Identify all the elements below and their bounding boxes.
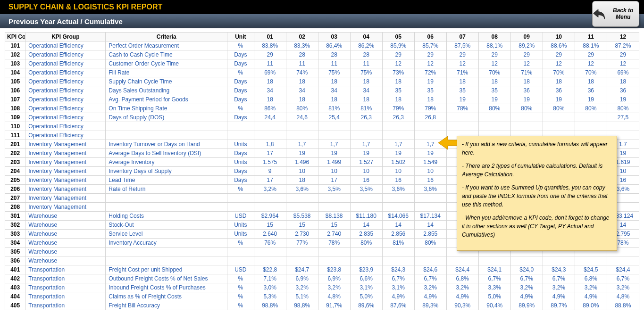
cell-value[interactable]: 87,2% [607, 41, 639, 50]
cell-value[interactable]: 19 [575, 95, 607, 104]
cell-value[interactable]: 3,2% [286, 283, 318, 292]
cell-criteria[interactable]: On Time Shipping Rate [106, 104, 227, 113]
cell-value[interactable] [318, 203, 350, 212]
cell-value[interactable]: 26,3 [350, 113, 382, 122]
cell-value[interactable]: 18 [286, 77, 318, 86]
cell-value[interactable]: 70% [575, 68, 607, 77]
cell-value[interactable]: 89,0% [575, 301, 607, 310]
cell-value[interactable]: 29 [510, 50, 543, 59]
cell-value[interactable]: 34 [318, 86, 350, 95]
cell-value[interactable]: 90,3% [446, 301, 478, 310]
cell-group[interactable]: Warehouse [25, 256, 106, 265]
cell-code[interactable]: 109 [5, 113, 25, 122]
cell-value[interactable]: 91,7% [318, 301, 350, 310]
cell-value[interactable] [446, 256, 478, 265]
cell-group[interactable]: Inventory Management [25, 185, 106, 194]
cell-value[interactable] [478, 113, 510, 122]
cell-code[interactable]: 108 [5, 104, 25, 113]
cell-code[interactable]: 104 [5, 68, 25, 77]
cell-group[interactable]: Inventory Management [25, 140, 106, 149]
cell-value[interactable] [382, 131, 414, 140]
back-to-menu-button[interactable]: Back to Menu [592, 1, 639, 27]
cell-value[interactable]: 1.527 [350, 158, 382, 167]
cell-value[interactable]: 28 [350, 50, 382, 59]
cell-value[interactable]: 3,6% [414, 185, 446, 194]
cell-code[interactable]: 205 [5, 176, 25, 185]
cell-criteria[interactable]: Freight Bill Accuracy [106, 301, 227, 310]
cell-value[interactable]: 12 [575, 59, 607, 68]
cell-value[interactable]: 24,4 [254, 113, 286, 122]
cell-value[interactable] [414, 122, 446, 131]
cell-value[interactable]: 19 [543, 95, 575, 104]
cell-code[interactable]: 105 [5, 77, 25, 86]
cell-unit[interactable] [227, 203, 254, 212]
cell-value[interactable]: 4,9% [510, 292, 543, 301]
cell-value[interactable]: 18 [543, 77, 575, 86]
cell-value[interactable]: 69% [254, 68, 286, 77]
cell-value[interactable] [575, 256, 607, 265]
cell-value[interactable]: 3,2% [575, 283, 607, 292]
cell-value[interactable]: 10 [382, 167, 414, 176]
cell-value[interactable]: 1,7 [350, 140, 382, 149]
cell-unit[interactable]: Days [227, 59, 254, 68]
cell-code[interactable]: 405 [5, 301, 25, 310]
cell-value[interactable]: 35 [382, 86, 414, 95]
cell-value[interactable]: 89,7% [543, 301, 575, 310]
cell-code[interactable]: 404 [5, 292, 25, 301]
cell-value[interactable]: 19 [350, 149, 382, 158]
cell-value[interactable]: 1,7 [286, 140, 318, 149]
cell-value[interactable]: 17 [318, 176, 350, 185]
cell-code[interactable]: 203 [5, 158, 25, 167]
cell-value[interactable] [382, 122, 414, 131]
cell-unit[interactable] [227, 256, 254, 265]
cell-value[interactable] [350, 122, 382, 131]
cell-value[interactable]: $24,1 [478, 265, 510, 274]
cell-value[interactable]: 36 [510, 86, 543, 95]
cell-value[interactable] [286, 256, 318, 265]
cell-value[interactable]: 12 [478, 59, 510, 68]
cell-value[interactable]: 4,9% [382, 292, 414, 301]
cell-value[interactable]: 27,5 [607, 113, 639, 122]
cell-value[interactable]: 90,4% [478, 301, 510, 310]
cell-value[interactable]: 18 [318, 77, 350, 86]
cell-value[interactable] [543, 113, 575, 122]
cell-criteria[interactable]: Inventory Turnover or Days on Hand [106, 140, 227, 149]
cell-value[interactable]: 14 [414, 221, 446, 230]
cell-value[interactable]: 2.856 [382, 230, 414, 239]
cell-value[interactable]: 18 [607, 77, 639, 86]
cell-value[interactable]: 80% [478, 104, 510, 113]
cell-value[interactable]: 4,8% [607, 292, 639, 301]
cell-value[interactable]: 5,0% [478, 292, 510, 301]
cell-value[interactable]: 18 [254, 77, 286, 86]
cell-value[interactable]: 34 [254, 86, 286, 95]
cell-value[interactable]: 2.740 [318, 230, 350, 239]
cell-value[interactable]: 6,9% [318, 274, 350, 283]
cell-value[interactable]: 18 [254, 95, 286, 104]
cell-value[interactable]: 89,6% [350, 301, 382, 310]
cell-value[interactable]: 25,4 [318, 113, 350, 122]
cell-code[interactable]: 306 [5, 256, 25, 265]
cell-value[interactable]: 89,9% [510, 301, 543, 310]
cell-value[interactable]: 6,8% [446, 274, 478, 283]
cell-value[interactable]: 19 [446, 95, 478, 104]
cell-value[interactable]: 19 [607, 95, 639, 104]
cell-value[interactable]: 77% [286, 239, 318, 248]
cell-value[interactable] [286, 203, 318, 212]
cell-value[interactable]: 70% [478, 68, 510, 77]
cell-value[interactable]: 15 [254, 221, 286, 230]
cell-value[interactable] [382, 203, 414, 212]
cell-unit[interactable]: % [227, 274, 254, 283]
cell-value[interactable]: 10 [414, 167, 446, 176]
cell-code[interactable]: 110 [5, 122, 25, 131]
cell-criteria[interactable]: Average Days to Sell Inventory (DSI) [106, 149, 227, 158]
cell-value[interactable]: $8.138 [318, 212, 350, 221]
cell-value[interactable]: 80% [286, 104, 318, 113]
cell-group[interactable]: Warehouse [25, 248, 106, 256]
cell-group[interactable]: Inventory Management [25, 176, 106, 185]
cell-value[interactable]: 12 [510, 59, 543, 68]
cell-unit[interactable]: USD [227, 212, 254, 221]
cell-value[interactable]: 3,5% [350, 185, 382, 194]
cell-code[interactable]: 111 [5, 131, 25, 140]
cell-value[interactable]: 29 [254, 50, 286, 59]
cell-value[interactable] [382, 194, 414, 203]
